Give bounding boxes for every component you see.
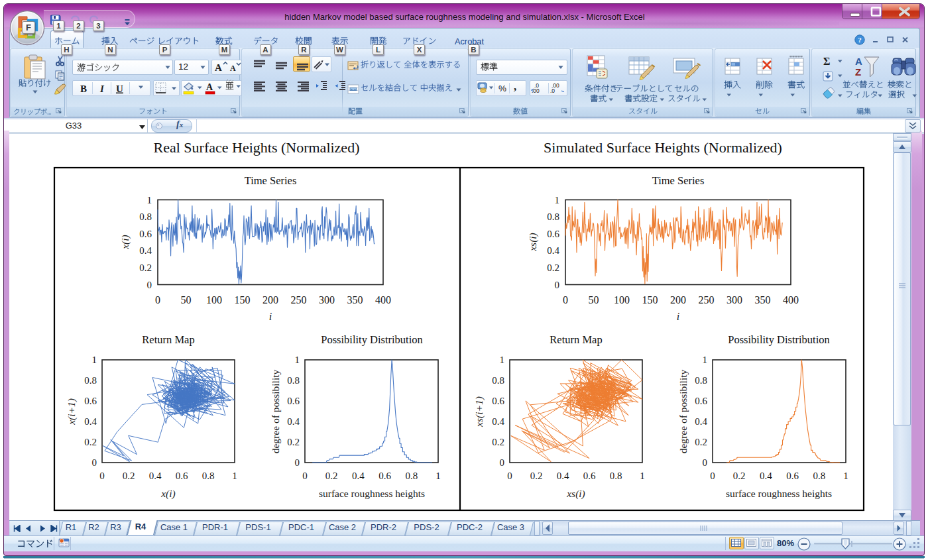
svg-text:350: 350 (347, 294, 363, 306)
svg-text:0.6: 0.6 (84, 396, 97, 406)
svg-text:0.6: 0.6 (547, 229, 559, 239)
svg-text:.0: .0 (550, 87, 555, 94)
svg-text:0.4: 0.4 (352, 471, 365, 481)
svg-text:0.4: 0.4 (547, 245, 559, 256)
svg-text:0: 0 (703, 457, 708, 468)
svg-text:0.2: 0.2 (733, 471, 746, 481)
svg-text:Σ: Σ (823, 56, 830, 67)
svg-text:Possibility Distribution: Possibility Distribution (728, 333, 830, 346)
svg-text:150: 150 (642, 294, 658, 306)
svg-text:0.4: 0.4 (84, 416, 97, 427)
svg-text:0: 0 (155, 294, 160, 306)
svg-text:0.8: 0.8 (813, 471, 825, 481)
svg-text:1: 1 (147, 195, 152, 205)
svg-text:x(i): x(i) (160, 488, 176, 500)
svg-text:Real Surface Heights (Normaliz: Real Surface Heights (Normalized) (154, 139, 360, 156)
svg-text:0.8: 0.8 (202, 471, 215, 481)
svg-text:1: 1 (500, 355, 505, 365)
svg-text:400: 400 (375, 294, 391, 306)
svg-text:0.4: 0.4 (139, 245, 152, 256)
svg-text:350: 350 (755, 294, 771, 306)
svg-text:0.6: 0.6 (287, 396, 300, 406)
svg-text:0.2: 0.2 (123, 471, 135, 481)
svg-text:B: B (80, 84, 87, 94)
svg-text:?: ? (858, 36, 862, 44)
svg-text:0.2: 0.2 (547, 262, 559, 273)
svg-text:0.8: 0.8 (492, 375, 504, 386)
svg-text:Time Series: Time Series (652, 174, 705, 187)
svg-text:300: 300 (319, 294, 335, 306)
svg-text:50: 50 (181, 294, 192, 306)
svg-text:0.2: 0.2 (492, 437, 504, 447)
svg-text:0.2: 0.2 (325, 471, 338, 481)
svg-text:0.4: 0.4 (695, 416, 707, 427)
svg-text:0: 0 (147, 280, 152, 290)
svg-text:1: 1 (640, 471, 645, 481)
svg-text:1: 1 (703, 355, 708, 365)
svg-text:1: 1 (843, 471, 848, 481)
svg-text:200: 200 (670, 294, 686, 306)
svg-text:I: I (99, 84, 105, 94)
svg-text:i: i (269, 311, 272, 322)
svg-text:0.6: 0.6 (139, 229, 152, 239)
svg-text:0: 0 (555, 280, 560, 290)
svg-text:U: U (116, 84, 123, 94)
svg-text:1: 1 (555, 195, 560, 205)
svg-text:0.2: 0.2 (84, 437, 97, 447)
svg-text:xs(i): xs(i) (527, 233, 539, 252)
svg-text:Return Map: Return Map (550, 333, 602, 346)
svg-text:0.8: 0.8 (287, 375, 300, 386)
svg-text:0.6: 0.6 (492, 396, 504, 406)
svg-text:surface roughness heights: surface roughness heights (726, 488, 832, 499)
svg-text:0: 0 (500, 457, 505, 468)
svg-text:0: 0 (92, 457, 97, 468)
svg-text:0.4: 0.4 (492, 416, 504, 427)
svg-text:0.6: 0.6 (786, 471, 799, 481)
svg-text:,: , (514, 80, 516, 93)
svg-text:250: 250 (699, 294, 715, 306)
svg-text:0.4: 0.4 (760, 471, 772, 481)
svg-text:i: i (677, 311, 679, 322)
svg-text:0.8: 0.8 (405, 471, 418, 481)
svg-text:1: 1 (92, 355, 97, 365)
svg-text:0.6: 0.6 (583, 471, 596, 481)
svg-text:0.2: 0.2 (695, 437, 707, 447)
svg-text:1: 1 (232, 471, 237, 481)
svg-text:0: 0 (295, 457, 300, 468)
svg-text:0.2: 0.2 (530, 471, 543, 481)
svg-text:200: 200 (262, 294, 278, 306)
svg-text:Z: Z (855, 66, 861, 78)
svg-text:0: 0 (99, 471, 105, 481)
svg-text:1: 1 (435, 471, 441, 481)
svg-text:0.4: 0.4 (149, 471, 162, 481)
svg-text:A: A (215, 62, 222, 73)
svg-text:xs(i+1): xs(i+1) (473, 396, 485, 427)
svg-text:0.8: 0.8 (695, 375, 707, 386)
svg-text:0.8: 0.8 (84, 375, 97, 386)
svg-text:0.8: 0.8 (610, 471, 622, 481)
svg-text:0: 0 (507, 471, 512, 481)
svg-text:Possibility Distribution: Possibility Distribution (321, 333, 423, 346)
svg-text:1: 1 (295, 355, 300, 365)
svg-text:400: 400 (783, 294, 799, 306)
svg-text:surface roughness heights: surface roughness heights (319, 488, 425, 499)
svg-text:degree of possibility: degree of possibility (677, 369, 689, 453)
svg-text:0.6: 0.6 (378, 471, 391, 481)
svg-text:0: 0 (710, 471, 715, 481)
svg-text:Simulated Surface Heights (Nor: Simulated Surface Heights (Normalized) (544, 139, 782, 156)
svg-text:0.4: 0.4 (287, 416, 300, 427)
svg-text:300: 300 (726, 294, 742, 306)
svg-text:x(i): x(i) (119, 235, 131, 250)
svg-text:0: 0 (302, 471, 308, 481)
svg-text:0.8: 0.8 (139, 211, 152, 222)
svg-text:x(i+1): x(i+1) (66, 398, 78, 425)
svg-text:0.8: 0.8 (547, 211, 559, 222)
svg-text:xs(i): xs(i) (566, 488, 585, 500)
svg-text:0.6: 0.6 (695, 396, 707, 406)
svg-text:0.4: 0.4 (557, 471, 569, 481)
svg-text:%: % (498, 84, 506, 93)
svg-text:50: 50 (589, 294, 599, 306)
svg-text:Return Map: Return Map (142, 333, 194, 346)
svg-text:0.6: 0.6 (176, 471, 188, 481)
svg-text:degree of possibility: degree of possibility (270, 369, 281, 453)
